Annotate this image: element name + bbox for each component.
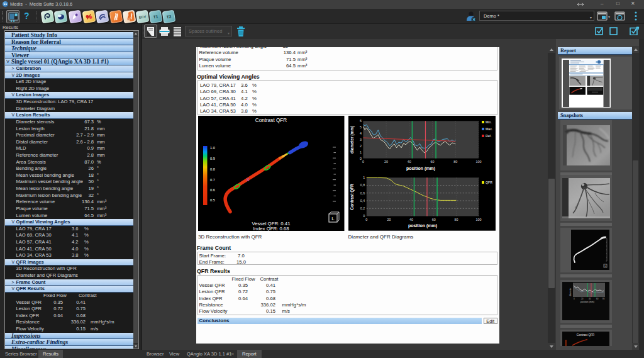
svg-text:1.0: 1.0 bbox=[210, 146, 215, 150]
svg-text:diameter: diameter bbox=[569, 288, 572, 296]
svg-text:3: 3 bbox=[360, 138, 362, 142]
svg-text:0.9: 0.9 bbox=[210, 157, 215, 160]
svg-text:6: 6 bbox=[360, 120, 362, 123]
svg-text:0,4: 0,4 bbox=[360, 199, 364, 203]
svg-text:20: 20 bbox=[581, 298, 584, 300]
svg-text:20: 20 bbox=[384, 160, 388, 164]
svg-text:position (mm): position (mm) bbox=[408, 224, 437, 229]
svg-text:0.7: 0.7 bbox=[210, 178, 215, 182]
svg-text:0,8: 0,8 bbox=[360, 184, 364, 187]
svg-text:60: 60 bbox=[596, 298, 599, 300]
svg-text:40: 40 bbox=[407, 160, 411, 164]
svg-text:L: L bbox=[331, 216, 335, 221]
svg-text:QFR: QFR bbox=[486, 181, 492, 184]
svg-text:Min.: Min. bbox=[486, 120, 492, 124]
svg-text:40: 40 bbox=[589, 298, 591, 300]
svg-text:80: 80 bbox=[454, 218, 458, 221]
svg-text:Ref.: Ref. bbox=[486, 134, 492, 138]
svg-text:5: 5 bbox=[360, 125, 362, 129]
svg-text:diameter (mm): diameter (mm) bbox=[350, 126, 355, 154]
svg-text:1: 1 bbox=[363, 176, 365, 180]
svg-text:0.8: 0.8 bbox=[210, 167, 215, 171]
svg-text:0.6: 0.6 bbox=[210, 188, 215, 192]
svg-text:0: 0 bbox=[363, 215, 365, 218]
svg-text:80: 80 bbox=[453, 160, 457, 164]
svg-text:position (mm): position (mm) bbox=[580, 301, 594, 303]
svg-text:2: 2 bbox=[360, 144, 362, 148]
svg-text:0,6: 0,6 bbox=[360, 191, 364, 195]
svg-text:Contrast QFR: Contrast QFR bbox=[350, 184, 355, 210]
svg-text:Max.: Max. bbox=[486, 127, 492, 131]
svg-text:4: 4 bbox=[360, 131, 362, 135]
svg-text:40: 40 bbox=[409, 218, 413, 221]
svg-text:80: 80 bbox=[602, 298, 605, 300]
svg-text:position (mm): position (mm) bbox=[406, 166, 435, 171]
svg-text:100: 100 bbox=[475, 218, 481, 221]
svg-text:Contrast QFR: Contrast QFR bbox=[577, 333, 595, 337]
svg-text:60: 60 bbox=[430, 160, 434, 164]
svg-text:0: 0 bbox=[360, 157, 362, 160]
svg-text:20: 20 bbox=[387, 218, 391, 221]
svg-text:Contrast QFR: Contrast QFR bbox=[255, 118, 287, 123]
svg-text:0: 0 bbox=[362, 160, 364, 164]
svg-text:0: 0 bbox=[365, 218, 367, 221]
svg-text:Index QFR: 0.68: Index QFR: 0.68 bbox=[253, 226, 289, 231]
svg-text:100: 100 bbox=[475, 160, 481, 164]
svg-text:1: 1 bbox=[360, 150, 362, 154]
svg-text:0.5: 0.5 bbox=[210, 198, 215, 202]
svg-text:60: 60 bbox=[431, 218, 435, 221]
svg-text:0,2: 0,2 bbox=[360, 207, 364, 211]
